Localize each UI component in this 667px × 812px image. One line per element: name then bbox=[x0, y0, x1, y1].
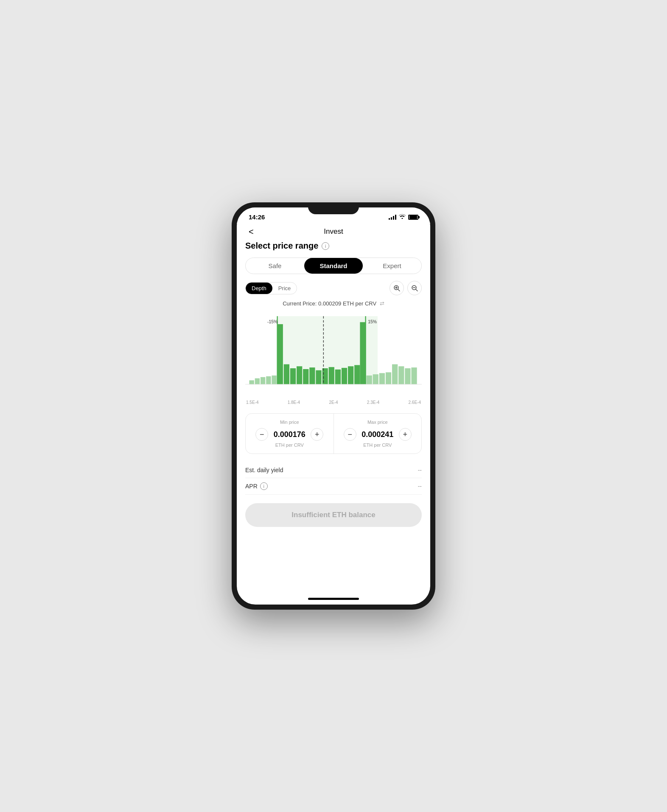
mode-tabs: Safe Standard Expert bbox=[245, 258, 422, 274]
min-price-decrease-button[interactable]: − bbox=[255, 428, 268, 441]
current-price-display: Current Price: 0.000209 ETH per CRV ⇄ bbox=[245, 300, 422, 307]
min-price-box: Min price − 0.000176 + ETH per CRV bbox=[246, 414, 334, 454]
tab-depth[interactable]: Depth bbox=[246, 283, 272, 294]
svg-rect-18 bbox=[309, 367, 315, 384]
svg-rect-15 bbox=[290, 368, 296, 384]
svg-rect-30 bbox=[379, 373, 385, 384]
max-price-stepper: − 0.000241 + bbox=[339, 428, 417, 441]
svg-rect-8 bbox=[249, 380, 254, 384]
price-chart: -15% 15% bbox=[245, 312, 422, 397]
min-price-increase-button[interactable]: + bbox=[311, 428, 323, 441]
price-range-section: Min price − 0.000176 + ETH per CRV Max p… bbox=[245, 413, 422, 454]
apr-info-icon[interactable]: i bbox=[260, 482, 268, 490]
chart-controls: Depth Price bbox=[245, 281, 422, 295]
zoom-out-button[interactable] bbox=[407, 281, 422, 295]
max-price-label: Max price bbox=[367, 420, 388, 425]
tab-safe[interactable]: Safe bbox=[246, 258, 304, 274]
max-price-increase-button[interactable]: + bbox=[399, 428, 412, 441]
tab-standard[interactable]: Standard bbox=[304, 258, 363, 274]
phone-screen: 14:26 bbox=[237, 207, 430, 605]
tab-price[interactable]: Price bbox=[272, 283, 297, 294]
svg-rect-25 bbox=[354, 365, 360, 384]
stat-row-daily-yield: Est. daily yield -- bbox=[245, 462, 422, 478]
status-time: 14:26 bbox=[249, 213, 265, 221]
section-title: Select price range i bbox=[245, 241, 422, 251]
daily-yield-label: Est. daily yield bbox=[245, 467, 283, 473]
svg-rect-20 bbox=[322, 368, 328, 384]
svg-rect-23 bbox=[342, 368, 347, 384]
svg-rect-16 bbox=[297, 366, 302, 384]
min-price-stepper: − 0.000176 + bbox=[251, 428, 328, 441]
svg-line-1 bbox=[398, 289, 400, 291]
svg-rect-10 bbox=[261, 377, 265, 384]
min-price-unit: ETH per CRV bbox=[275, 442, 304, 448]
svg-rect-33 bbox=[398, 366, 404, 384]
tab-expert[interactable]: Expert bbox=[363, 258, 421, 274]
apr-label: APR i bbox=[245, 482, 268, 490]
page-title: Invest bbox=[324, 227, 343, 236]
home-bar bbox=[308, 598, 359, 600]
cta-button[interactable]: Insufficient ETH balance bbox=[245, 503, 422, 527]
notch bbox=[308, 202, 359, 214]
chart-svg: -15% 15% bbox=[245, 312, 422, 397]
max-price-value: 0.000241 bbox=[361, 430, 395, 439]
home-indicator bbox=[237, 593, 430, 605]
svg-rect-9 bbox=[255, 378, 260, 384]
phone-device: 14:26 bbox=[232, 202, 435, 610]
back-button[interactable]: < bbox=[245, 225, 257, 238]
svg-rect-17 bbox=[303, 369, 308, 384]
daily-yield-value: -- bbox=[418, 467, 422, 473]
svg-rect-35 bbox=[411, 367, 417, 384]
svg-line-5 bbox=[416, 289, 418, 291]
max-price-unit: ETH per CRV bbox=[363, 442, 392, 448]
svg-rect-19 bbox=[316, 370, 321, 384]
svg-rect-32 bbox=[392, 364, 398, 384]
max-price-box: Max price − 0.000241 + ETH per CRV bbox=[334, 414, 422, 454]
min-price-label: Min price bbox=[280, 420, 299, 425]
svg-rect-26 bbox=[360, 322, 365, 384]
battery-icon bbox=[408, 215, 418, 220]
svg-rect-34 bbox=[405, 368, 410, 384]
section-info-icon[interactable]: i bbox=[322, 242, 329, 250]
stats-section: Est. daily yield -- APR i -- bbox=[245, 462, 422, 495]
refresh-icon[interactable]: ⇄ bbox=[380, 300, 384, 307]
signal-icon bbox=[389, 215, 396, 220]
svg-rect-14 bbox=[284, 364, 289, 384]
nav-bar: < Invest bbox=[237, 224, 430, 241]
zoom-in-button[interactable] bbox=[390, 281, 404, 295]
max-price-decrease-button[interactable]: − bbox=[344, 428, 356, 441]
chart-view-tabs: Depth Price bbox=[245, 282, 297, 294]
apr-value: -- bbox=[418, 483, 422, 490]
chart-x-labels: 1.5E-4 1.8E-4 2E-4 2.3E-4 2.6E-4 bbox=[245, 400, 422, 405]
status-icons bbox=[389, 214, 418, 220]
svg-rect-31 bbox=[386, 372, 391, 384]
svg-rect-28 bbox=[367, 375, 372, 384]
svg-text:15%: 15% bbox=[368, 319, 377, 324]
zoom-controls bbox=[390, 281, 422, 295]
svg-rect-22 bbox=[335, 370, 341, 384]
zoom-in-icon bbox=[393, 285, 400, 291]
min-price-value: 0.000176 bbox=[272, 430, 306, 439]
svg-rect-13 bbox=[277, 324, 283, 384]
svg-rect-11 bbox=[266, 376, 271, 384]
svg-rect-29 bbox=[373, 374, 378, 384]
wifi-icon bbox=[399, 214, 406, 220]
svg-rect-21 bbox=[329, 367, 334, 384]
svg-rect-24 bbox=[348, 366, 353, 384]
main-content: Select price range i Safe Standard Exper… bbox=[237, 241, 430, 593]
zoom-out-icon bbox=[411, 285, 418, 291]
svg-rect-12 bbox=[272, 375, 276, 384]
svg-text:-15%: -15% bbox=[267, 319, 277, 324]
stat-row-apr: APR i -- bbox=[245, 478, 422, 495]
